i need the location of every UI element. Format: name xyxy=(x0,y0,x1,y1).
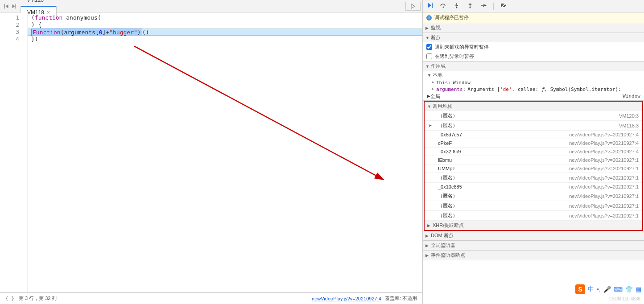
xhr-section-header[interactable]: ▶XHR/提取断点 xyxy=(425,221,642,230)
stack-frame[interactable]: （匿名）VM120:3 xyxy=(425,111,642,121)
stack-frame[interactable]: iEbmunewVideoPlay.js?v=20210927:1 xyxy=(425,156,642,164)
editor-tab-bar: VM120VM118× xyxy=(0,0,422,12)
ime-keyboard-icon[interactable]: ⌨ xyxy=(614,286,623,293)
stack-frame[interactable]: （匿名）newVideoPlay.js?v=20210927:1 xyxy=(425,173,642,183)
ime-lang[interactable]: 中 xyxy=(588,285,594,293)
source-link[interactable]: newVideoPlay.js?v=20210927:4 xyxy=(312,296,381,301)
stack-frame[interactable]: _0x32f6b9newVideoPlay.js?v=20210927:4 xyxy=(425,148,642,156)
step-over-button[interactable] xyxy=(440,2,447,10)
code-editor[interactable]: 1234 (function anonymous() {Function(arg… xyxy=(0,12,422,292)
ime-menu-icon[interactable]: ▦ xyxy=(636,286,641,293)
resume-button[interactable] xyxy=(426,2,433,10)
deactivate-breakpoints-button[interactable] xyxy=(500,2,507,10)
debugger-paused-banner: i 调试程序已暂停 xyxy=(423,12,644,23)
code-line-1[interactable]: (function anonymous( xyxy=(28,14,422,21)
global-listeners-header[interactable]: ▶全局监听器 xyxy=(423,241,644,250)
stack-frame[interactable]: （匿名）newVideoPlay.js?v=20210927:1 xyxy=(425,211,642,221)
watch-section-header[interactable]: ▶监视 xyxy=(423,23,644,33)
stack-frame[interactable]: （匿名）newVideoPlay.js?v=20210927:1 xyxy=(425,191,642,201)
code-line-3[interactable]: Function(arguments[0]+"bugger")() xyxy=(28,29,422,36)
stack-frame[interactable]: ➤（匿名）VM118:3 xyxy=(425,121,642,131)
sogou-icon[interactable]: S xyxy=(575,284,585,294)
svg-rect-1 xyxy=(16,4,16,8)
ime-mic-icon[interactable]: 🎤 xyxy=(603,286,611,293)
editor-status-bar: { } 第 3 行，第 32 列 newVideoPlay.js?v=20210… xyxy=(0,292,422,304)
paused-text: 调试程序已暂停 xyxy=(434,14,469,21)
coverage-label: 覆盖率: 不适用 xyxy=(385,295,417,302)
pause-uncaught-checkbox[interactable]: 遇到未捕获的异常时暂停 xyxy=(423,42,644,52)
step-button[interactable] xyxy=(480,2,487,10)
svg-rect-3 xyxy=(432,3,433,8)
stack-frame[interactable]: _0x8d7c57newVideoPlay.js?v=20210927:4 xyxy=(425,131,642,139)
svg-point-6 xyxy=(470,7,471,8)
dom-breakpoints-header[interactable]: ▶DOM 断点 xyxy=(423,231,644,240)
stack-frame[interactable]: （匿名）newVideoPlay.js?v=20210927:1 xyxy=(425,201,642,211)
svg-point-4 xyxy=(443,7,444,8)
scope-arguments[interactable]: ▶arguments: Arguments ['de', callee: ƒ, … xyxy=(423,86,644,93)
scope-section-header[interactable]: ▼作用域 xyxy=(423,62,644,71)
stack-frame[interactable]: _0x10c685newVideoPlay.js?v=20210927:1 xyxy=(425,183,642,191)
watermark: CSDN @LI4836 xyxy=(608,296,640,301)
step-into-button[interactable] xyxy=(453,2,460,10)
svg-point-5 xyxy=(456,7,458,8)
debugger-toolbar xyxy=(423,0,644,12)
tab-nav-buttons[interactable] xyxy=(0,3,21,9)
pause-caught-checkbox[interactable]: 在遇到异常时暂停 xyxy=(423,52,644,61)
scope-global[interactable]: ▶ 全局Window xyxy=(423,93,644,100)
callstack-section-header[interactable]: ▼调用堆栈 xyxy=(425,102,642,111)
step-out-button[interactable] xyxy=(466,2,474,10)
svg-rect-0 xyxy=(4,4,5,8)
stack-frame[interactable]: cPkeFnewVideoPlay.js?v=20210927:4 xyxy=(425,139,642,148)
svg-point-7 xyxy=(485,5,487,6)
scope-this[interactable]: ▶this:Window xyxy=(423,79,644,86)
event-listeners-header[interactable]: ▶事件监听器断点 xyxy=(423,251,644,260)
ime-punct-icon[interactable]: •, xyxy=(597,286,601,293)
cursor-position: 第 3 行，第 32 列 xyxy=(19,295,57,302)
stack-frame[interactable]: UMMpznewVideoPlay.js?v=20210927:1 xyxy=(425,164,642,173)
code-line-2[interactable]: ) { xyxy=(28,21,422,29)
pretty-print-icon[interactable]: { } xyxy=(5,296,14,301)
run-snippet-icon[interactable] xyxy=(405,2,421,11)
breakpoints-section-header[interactable]: ▼断点 xyxy=(423,33,644,42)
ime-skin-icon[interactable]: 👕 xyxy=(625,286,633,293)
tab-VM120[interactable]: VM120 xyxy=(21,0,57,6)
scope-local-header[interactable]: ▼ 本地 xyxy=(423,71,644,79)
code-line-4[interactable]: }) xyxy=(28,36,422,43)
ime-toolbar: S 中 •, 🎤 ⌨ 👕 ▦ xyxy=(575,284,641,294)
info-icon: i xyxy=(426,15,432,21)
